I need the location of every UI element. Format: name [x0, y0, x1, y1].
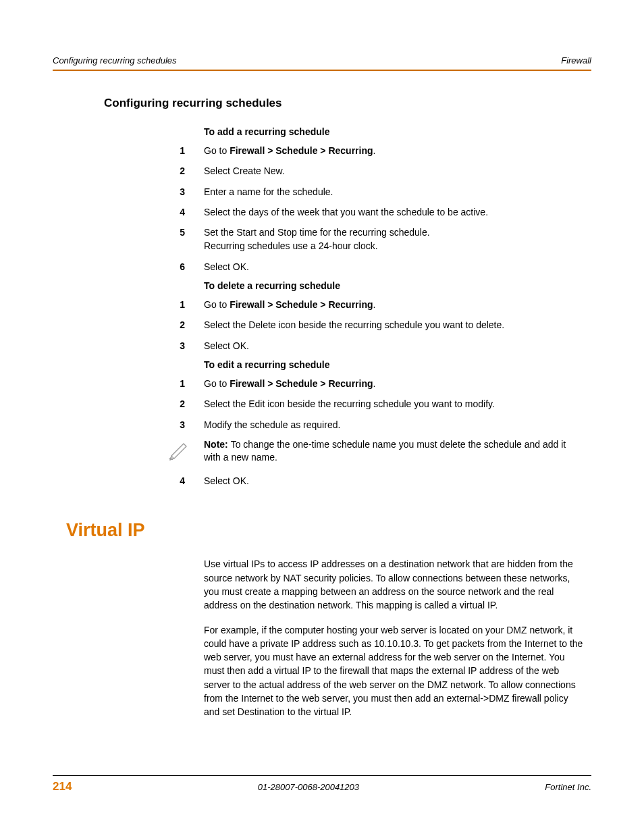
step-row: 2 Select the Delete icon beside the recu…: [53, 318, 591, 332]
section-title: Configuring recurring schedules: [104, 97, 591, 110]
pencil-note-icon: [167, 438, 190, 461]
step-text: Go to Firewall > Schedule > Recurring.: [204, 298, 591, 311]
note-text: Note: To change the one-time schedule na…: [204, 438, 591, 465]
header-rule: [53, 70, 591, 71]
footer: 214 01-28007-0068-20041203 Fortinet Inc.: [53, 775, 591, 793]
step-row: 2 Select the Edit icon beside the recurr…: [53, 397, 591, 411]
step-number: 1: [53, 144, 204, 157]
step-text: Select OK.: [204, 260, 591, 273]
step-number: 2: [53, 164, 204, 178]
subhead-delete: To delete a recurring schedule: [204, 280, 591, 291]
step-row: 2 Select Create New.: [53, 164, 591, 178]
step-number: 2: [53, 397, 204, 411]
step-number: 3: [53, 339, 204, 353]
step-text: Select the Edit icon beside the recurrin…: [204, 397, 591, 411]
step-text: Select OK.: [204, 474, 591, 488]
step-row: 3 Select OK.: [53, 339, 591, 353]
step-row: 5 Set the Start and Stop time for the re…: [53, 226, 591, 253]
step-text: Modify the schedule as required.: [204, 418, 591, 432]
step-number: 3: [53, 418, 204, 432]
paragraph: Use virtual IPs to access IP addresses o…: [204, 557, 585, 612]
step-text: Select OK.: [204, 339, 591, 353]
step-number: 4: [53, 205, 204, 219]
header-left: Configuring recurring schedules: [53, 55, 177, 66]
step-text: Go to Firewall > Schedule > Recurring.: [204, 377, 591, 390]
step-row: 6 Select OK.: [53, 260, 591, 273]
step-text: Enter a name for the schedule.: [204, 185, 591, 199]
step-number: 4: [53, 474, 204, 488]
step-number: 3: [53, 185, 204, 199]
chapter-title: Virtual IP: [66, 520, 591, 541]
footer-docid: 01-28007-0068-20041203: [258, 782, 359, 792]
subhead-edit: To edit a recurring schedule: [204, 359, 591, 370]
step-number: 6: [53, 260, 204, 273]
step-row: 3 Enter a name for the schedule.: [53, 185, 591, 199]
paragraph: For example, if the computer hosting you…: [204, 623, 585, 719]
step-row: 4 Select the days of the week that you w…: [53, 205, 591, 219]
step-number: 5: [53, 226, 204, 253]
step-row: 4 Select OK.: [53, 474, 591, 488]
step-text: Select the days of the week that you wan…: [204, 205, 591, 219]
step-number: 1: [53, 298, 204, 311]
step-number: 1: [53, 377, 204, 390]
note-row: Note: To change the one-time schedule na…: [53, 438, 591, 465]
note-icon-cell: [53, 438, 204, 465]
page-number: 214: [53, 780, 72, 793]
step-row: 1 Go to Firewall > Schedule > Recurring.: [53, 144, 591, 157]
step-number: 2: [53, 318, 204, 332]
step-row: 3 Modify the schedule as required.: [53, 418, 591, 432]
header-right: Firewall: [561, 55, 591, 66]
step-text: Set the Start and Stop time for the recu…: [204, 226, 591, 253]
step-text: Go to Firewall > Schedule > Recurring.: [204, 144, 591, 157]
running-header: Configuring recurring schedules Firewall: [53, 55, 591, 66]
footer-rule: [53, 775, 591, 776]
footer-company: Fortinet Inc.: [545, 782, 591, 792]
step-row: 1 Go to Firewall > Schedule > Recurring.: [53, 298, 591, 311]
step-text: Select Create New.: [204, 164, 591, 178]
step-row: 1 Go to Firewall > Schedule > Recurring.: [53, 377, 591, 390]
subhead-add: To add a recurring schedule: [204, 126, 591, 137]
step-text: Select the Delete icon beside the recurr…: [204, 318, 591, 332]
